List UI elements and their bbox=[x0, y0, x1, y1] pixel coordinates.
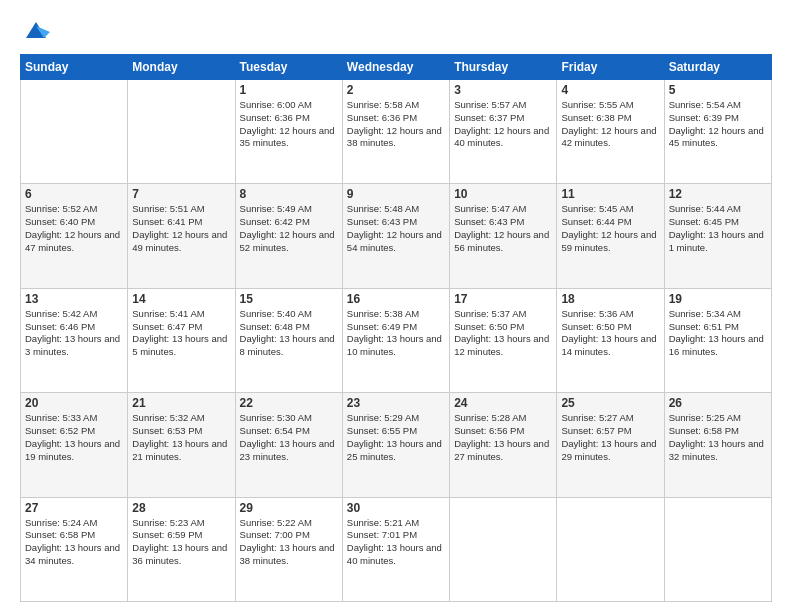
day-cell: 18Sunrise: 5:36 AM Sunset: 6:50 PM Dayli… bbox=[557, 288, 664, 392]
day-cell: 27Sunrise: 5:24 AM Sunset: 6:58 PM Dayli… bbox=[21, 497, 128, 601]
day-info: Sunrise: 5:36 AM Sunset: 6:50 PM Dayligh… bbox=[561, 308, 659, 359]
week-row-1: 1Sunrise: 6:00 AM Sunset: 6:36 PM Daylig… bbox=[21, 80, 772, 184]
day-cell: 24Sunrise: 5:28 AM Sunset: 6:56 PM Dayli… bbox=[450, 393, 557, 497]
logo-icon bbox=[22, 16, 50, 44]
day-info: Sunrise: 5:22 AM Sunset: 7:00 PM Dayligh… bbox=[240, 517, 338, 568]
day-cell: 16Sunrise: 5:38 AM Sunset: 6:49 PM Dayli… bbox=[342, 288, 449, 392]
day-number: 16 bbox=[347, 292, 445, 306]
day-number: 15 bbox=[240, 292, 338, 306]
day-number: 26 bbox=[669, 396, 767, 410]
day-number: 28 bbox=[132, 501, 230, 515]
day-info: Sunrise: 5:34 AM Sunset: 6:51 PM Dayligh… bbox=[669, 308, 767, 359]
day-info: Sunrise: 5:44 AM Sunset: 6:45 PM Dayligh… bbox=[669, 203, 767, 254]
day-cell: 15Sunrise: 5:40 AM Sunset: 6:48 PM Dayli… bbox=[235, 288, 342, 392]
day-number: 7 bbox=[132, 187, 230, 201]
day-number: 17 bbox=[454, 292, 552, 306]
day-number: 3 bbox=[454, 83, 552, 97]
day-cell: 21Sunrise: 5:32 AM Sunset: 6:53 PM Dayli… bbox=[128, 393, 235, 497]
day-info: Sunrise: 5:32 AM Sunset: 6:53 PM Dayligh… bbox=[132, 412, 230, 463]
day-cell: 4Sunrise: 5:55 AM Sunset: 6:38 PM Daylig… bbox=[557, 80, 664, 184]
day-info: Sunrise: 5:40 AM Sunset: 6:48 PM Dayligh… bbox=[240, 308, 338, 359]
day-info: Sunrise: 5:58 AM Sunset: 6:36 PM Dayligh… bbox=[347, 99, 445, 150]
day-number: 10 bbox=[454, 187, 552, 201]
week-row-5: 27Sunrise: 5:24 AM Sunset: 6:58 PM Dayli… bbox=[21, 497, 772, 601]
day-number: 13 bbox=[25, 292, 123, 306]
day-number: 29 bbox=[240, 501, 338, 515]
page: SundayMondayTuesdayWednesdayThursdayFrid… bbox=[0, 0, 792, 612]
day-number: 1 bbox=[240, 83, 338, 97]
day-cell: 20Sunrise: 5:33 AM Sunset: 6:52 PM Dayli… bbox=[21, 393, 128, 497]
day-number: 22 bbox=[240, 396, 338, 410]
day-number: 24 bbox=[454, 396, 552, 410]
day-number: 20 bbox=[25, 396, 123, 410]
day-info: Sunrise: 6:00 AM Sunset: 6:36 PM Dayligh… bbox=[240, 99, 338, 150]
col-header-tuesday: Tuesday bbox=[235, 55, 342, 80]
day-info: Sunrise: 5:55 AM Sunset: 6:38 PM Dayligh… bbox=[561, 99, 659, 150]
day-number: 11 bbox=[561, 187, 659, 201]
day-number: 19 bbox=[669, 292, 767, 306]
day-number: 30 bbox=[347, 501, 445, 515]
header bbox=[20, 16, 772, 44]
day-cell bbox=[664, 497, 771, 601]
day-info: Sunrise: 5:21 AM Sunset: 7:01 PM Dayligh… bbox=[347, 517, 445, 568]
day-info: Sunrise: 5:25 AM Sunset: 6:58 PM Dayligh… bbox=[669, 412, 767, 463]
day-cell: 14Sunrise: 5:41 AM Sunset: 6:47 PM Dayli… bbox=[128, 288, 235, 392]
col-header-friday: Friday bbox=[557, 55, 664, 80]
day-number: 14 bbox=[132, 292, 230, 306]
calendar-table: SundayMondayTuesdayWednesdayThursdayFrid… bbox=[20, 54, 772, 602]
logo bbox=[20, 16, 50, 44]
day-cell: 12Sunrise: 5:44 AM Sunset: 6:45 PM Dayli… bbox=[664, 184, 771, 288]
col-header-sunday: Sunday bbox=[21, 55, 128, 80]
day-number: 4 bbox=[561, 83, 659, 97]
day-cell: 2Sunrise: 5:58 AM Sunset: 6:36 PM Daylig… bbox=[342, 80, 449, 184]
day-number: 27 bbox=[25, 501, 123, 515]
day-number: 2 bbox=[347, 83, 445, 97]
day-cell: 28Sunrise: 5:23 AM Sunset: 6:59 PM Dayli… bbox=[128, 497, 235, 601]
day-cell: 13Sunrise: 5:42 AM Sunset: 6:46 PM Dayli… bbox=[21, 288, 128, 392]
day-cell bbox=[557, 497, 664, 601]
day-cell: 1Sunrise: 6:00 AM Sunset: 6:36 PM Daylig… bbox=[235, 80, 342, 184]
day-number: 12 bbox=[669, 187, 767, 201]
day-cell bbox=[128, 80, 235, 184]
day-info: Sunrise: 5:48 AM Sunset: 6:43 PM Dayligh… bbox=[347, 203, 445, 254]
day-number: 6 bbox=[25, 187, 123, 201]
day-cell: 17Sunrise: 5:37 AM Sunset: 6:50 PM Dayli… bbox=[450, 288, 557, 392]
col-header-monday: Monday bbox=[128, 55, 235, 80]
day-cell: 9Sunrise: 5:48 AM Sunset: 6:43 PM Daylig… bbox=[342, 184, 449, 288]
day-info: Sunrise: 5:37 AM Sunset: 6:50 PM Dayligh… bbox=[454, 308, 552, 359]
week-row-4: 20Sunrise: 5:33 AM Sunset: 6:52 PM Dayli… bbox=[21, 393, 772, 497]
col-header-thursday: Thursday bbox=[450, 55, 557, 80]
day-cell: 29Sunrise: 5:22 AM Sunset: 7:00 PM Dayli… bbox=[235, 497, 342, 601]
day-info: Sunrise: 5:49 AM Sunset: 6:42 PM Dayligh… bbox=[240, 203, 338, 254]
day-number: 9 bbox=[347, 187, 445, 201]
day-cell bbox=[450, 497, 557, 601]
day-info: Sunrise: 5:57 AM Sunset: 6:37 PM Dayligh… bbox=[454, 99, 552, 150]
day-cell: 19Sunrise: 5:34 AM Sunset: 6:51 PM Dayli… bbox=[664, 288, 771, 392]
day-cell: 6Sunrise: 5:52 AM Sunset: 6:40 PM Daylig… bbox=[21, 184, 128, 288]
day-number: 18 bbox=[561, 292, 659, 306]
day-info: Sunrise: 5:51 AM Sunset: 6:41 PM Dayligh… bbox=[132, 203, 230, 254]
day-cell: 30Sunrise: 5:21 AM Sunset: 7:01 PM Dayli… bbox=[342, 497, 449, 601]
day-info: Sunrise: 5:24 AM Sunset: 6:58 PM Dayligh… bbox=[25, 517, 123, 568]
day-number: 23 bbox=[347, 396, 445, 410]
day-info: Sunrise: 5:29 AM Sunset: 6:55 PM Dayligh… bbox=[347, 412, 445, 463]
day-info: Sunrise: 5:27 AM Sunset: 6:57 PM Dayligh… bbox=[561, 412, 659, 463]
day-info: Sunrise: 5:45 AM Sunset: 6:44 PM Dayligh… bbox=[561, 203, 659, 254]
day-info: Sunrise: 5:28 AM Sunset: 6:56 PM Dayligh… bbox=[454, 412, 552, 463]
day-cell: 5Sunrise: 5:54 AM Sunset: 6:39 PM Daylig… bbox=[664, 80, 771, 184]
day-number: 5 bbox=[669, 83, 767, 97]
day-cell: 10Sunrise: 5:47 AM Sunset: 6:43 PM Dayli… bbox=[450, 184, 557, 288]
day-cell: 11Sunrise: 5:45 AM Sunset: 6:44 PM Dayli… bbox=[557, 184, 664, 288]
day-info: Sunrise: 5:47 AM Sunset: 6:43 PM Dayligh… bbox=[454, 203, 552, 254]
day-number: 21 bbox=[132, 396, 230, 410]
day-cell: 22Sunrise: 5:30 AM Sunset: 6:54 PM Dayli… bbox=[235, 393, 342, 497]
day-info: Sunrise: 5:30 AM Sunset: 6:54 PM Dayligh… bbox=[240, 412, 338, 463]
calendar-header-row: SundayMondayTuesdayWednesdayThursdayFrid… bbox=[21, 55, 772, 80]
day-cell: 25Sunrise: 5:27 AM Sunset: 6:57 PM Dayli… bbox=[557, 393, 664, 497]
week-row-2: 6Sunrise: 5:52 AM Sunset: 6:40 PM Daylig… bbox=[21, 184, 772, 288]
day-info: Sunrise: 5:41 AM Sunset: 6:47 PM Dayligh… bbox=[132, 308, 230, 359]
day-cell bbox=[21, 80, 128, 184]
day-cell: 3Sunrise: 5:57 AM Sunset: 6:37 PM Daylig… bbox=[450, 80, 557, 184]
day-info: Sunrise: 5:52 AM Sunset: 6:40 PM Dayligh… bbox=[25, 203, 123, 254]
day-cell: 26Sunrise: 5:25 AM Sunset: 6:58 PM Dayli… bbox=[664, 393, 771, 497]
